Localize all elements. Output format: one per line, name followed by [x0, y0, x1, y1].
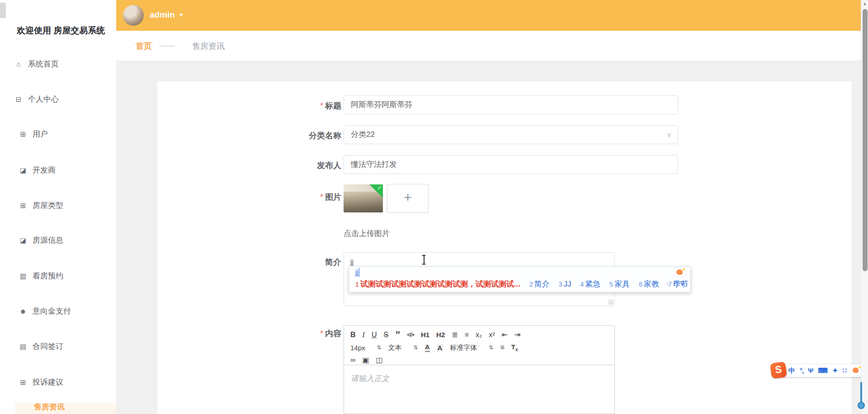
ime-candidate[interactable]: 3JJ: [559, 280, 571, 289]
keyboard-icon[interactable]: ⌨: [818, 364, 828, 377]
scroll-up-arrow-icon[interactable]: ▲: [861, 1, 868, 6]
publisher-input[interactable]: 懂法守法打发: [344, 155, 678, 174]
sidebar-title: 欢迎使用 房屋交易系统: [17, 25, 105, 37]
header2-button[interactable]: H2: [436, 330, 445, 340]
sidebar-item-label: 售房资讯: [34, 403, 65, 411]
scrollbar-thumb[interactable]: [863, 9, 868, 271]
clear-format-button[interactable]: Tx: [511, 343, 518, 352]
link-button[interactable]: ∞: [350, 355, 355, 365]
sidebar-item-system-home[interactable]: ⌂系统首页: [0, 57, 116, 71]
italic-button[interactable]: I: [363, 330, 365, 340]
intro-label: 简介: [244, 257, 341, 268]
ime-chinese-mode-icon[interactable]: 中: [788, 364, 795, 377]
rich-editor-body[interactable]: 请输入正文: [344, 365, 615, 414]
app-screen: 欢迎使用 房屋交易系统 ⌂系统首页 ⊟个人中心 ⊞用户 ◪开发商 ⊞房屋类型 ◪…: [0, 0, 868, 414]
sidebar-item-house-type[interactable]: ⊞房屋类型: [0, 199, 116, 212]
outdent-button[interactable]: ⇤: [502, 330, 508, 340]
indicator-drop-icon: [858, 402, 865, 409]
upload-image-button[interactable]: +: [387, 184, 429, 213]
topbar: admin ▼: [116, 0, 861, 31]
ime-candidate[interactable]: 4紧急: [580, 279, 601, 289]
highlight-color-button[interactable]: A: [437, 344, 443, 352]
bullet-list-button[interactable]: ≡: [465, 330, 469, 340]
insert-video-button[interactable]: ◫: [376, 355, 383, 365]
ime-prev-page-icon[interactable]: ‹: [667, 279, 669, 287]
text-cursor: [422, 255, 426, 264]
upload-hint: 点击上传图片: [344, 228, 390, 239]
indicator-line: [860, 382, 862, 404]
bold-button[interactable]: B: [350, 330, 356, 340]
sidebar-item-viewing-appointment[interactable]: ▥看房预约: [0, 269, 116, 283]
sidebar-item-label: 开发商: [33, 166, 56, 174]
font-size-select[interactable]: 14px⇅: [350, 344, 382, 352]
username[interactable]: admin: [150, 10, 175, 20]
subscript-button[interactable]: x₂: [476, 330, 482, 340]
briefcase-icon: ◪: [18, 164, 28, 177]
sidebar: 欢迎使用 房屋交易系统 ⌂系统首页 ⊟个人中心 ⊞用户 ◪开发商 ⊞房屋类型 ◪…: [0, 0, 116, 414]
toolbox-grid-icon[interactable]: ∷: [843, 364, 847, 377]
ime-candidate[interactable]: 6家教: [639, 279, 659, 289]
ime-candidate[interactable]: 2简介: [529, 279, 550, 289]
chevron-down-icon: ∨: [667, 126, 672, 144]
avatar[interactable]: [123, 5, 144, 26]
ime-candidate[interactable]: 1试测试测试测试测试测试测试测，试测试测试...: [355, 279, 520, 289]
breadcrumb: 首页 —— 售房资讯: [116, 31, 861, 61]
insert-image-button[interactable]: ▣: [362, 355, 369, 365]
required-asterisk: *: [320, 101, 323, 110]
ime-composition: jj: [355, 268, 359, 277]
sidebar-item-contract-signing[interactable]: ▤合同签订: [0, 340, 116, 353]
breadcrumb-home[interactable]: 首页: [136, 41, 152, 52]
uploaded-image-thumbnail[interactable]: ✓: [344, 184, 383, 212]
category-select[interactable]: 分类22 ∨: [344, 125, 678, 144]
toolbar-row-1: B I U S ” </> H1 H2 ≣ ≡ x₂ x² ⇤ ⇥: [350, 329, 608, 340]
breadcrumb-separator: ——: [159, 41, 174, 50]
stepper-icon: ⇅: [377, 344, 382, 351]
ordered-list-button[interactable]: ≣: [452, 330, 458, 340]
grid-icon: ⊞: [18, 376, 28, 389]
code-block-button[interactable]: </>: [407, 330, 414, 340]
sidebar-item-label: 房屋类型: [33, 201, 63, 210]
ime-punctuation-icon[interactable]: °,: [800, 364, 803, 377]
skin-icon[interactable]: ✦: [832, 364, 838, 377]
indent-button[interactable]: ⇥: [514, 330, 520, 340]
ime-candidate-popup: jj 1试测试测试测试测试测试测试测，试测试测试... 2简介 3JJ 4紧急 …: [349, 266, 691, 292]
sidebar-item-label: 房源信息: [33, 236, 63, 245]
header1-button[interactable]: H1: [421, 330, 429, 340]
sidebar-item-complaints[interactable]: ⊞投诉建议: [0, 376, 116, 389]
underline-button[interactable]: U: [372, 330, 377, 340]
blockquote-button[interactable]: ”: [395, 332, 400, 338]
sidebar-item-sale-news-active[interactable]: 售房资讯: [15, 403, 116, 414]
sidebar-item-deposit-payment[interactable]: ☻意向金支付: [0, 305, 116, 318]
text-color-button[interactable]: A: [425, 343, 430, 352]
ime-candidate[interactable]: 5家具: [609, 279, 630, 289]
sidebar-item-users[interactable]: ⊞用户: [0, 127, 116, 141]
superscript-button[interactable]: x²: [489, 330, 495, 340]
ime-more-icon[interactable]: ∨: [679, 279, 685, 287]
category-label: 分类名称: [244, 130, 341, 141]
sogou-logo-icon[interactable]: S: [770, 362, 787, 379]
strikethrough-button[interactable]: S: [383, 330, 388, 340]
image-label: *图片: [244, 192, 341, 202]
ime-next-page-icon[interactable]: ›: [673, 279, 675, 287]
format-select[interactable]: 文本⇅: [388, 343, 418, 352]
toolbar-row-2: 14px⇅ 文本⇅ A A 标准字体⇅ ≡ Tx: [350, 342, 608, 353]
sidebar-item-label: 看房预约: [33, 272, 63, 280]
microphone-icon[interactable]: Ψ: [808, 364, 813, 377]
rich-editor-toolbar: B I U S ” </> H1 H2 ≣ ≡ x₂ x² ⇤ ⇥ 14px⇅ …: [344, 325, 615, 365]
sidebar-item-personal-center[interactable]: ⊟个人中心: [0, 93, 116, 106]
sogou-mascot-icon[interactable]: [851, 366, 861, 375]
sidebar-item-house-info[interactable]: ◪房源信息: [0, 234, 116, 247]
vertical-scrollbar[interactable]: ▲: [861, 0, 868, 414]
title-input[interactable]: 阿斯蒂芬阿斯蒂芬: [344, 95, 678, 114]
home-icon: ⌂: [14, 57, 24, 71]
ime-mascot-icon[interactable]: [674, 268, 686, 277]
sidebar-item-label: 系统首页: [28, 60, 59, 68]
align-button[interactable]: ≡: [500, 343, 504, 353]
sidebar-item-developer[interactable]: ◪开发商: [0, 164, 116, 177]
resize-handle[interactable]: [609, 300, 613, 305]
ime-candidate-list: 1试测试测试测试测试测试测试测，试测试测试... 2简介 3JJ 4紧急 5家具…: [355, 279, 689, 289]
chevron-down-icon[interactable]: ▼: [179, 12, 184, 18]
grid-icon: ⊞: [18, 199, 28, 212]
sidebar-item-label: 用户: [33, 130, 48, 138]
font-family-select[interactable]: 标准字体⇅: [450, 343, 493, 352]
